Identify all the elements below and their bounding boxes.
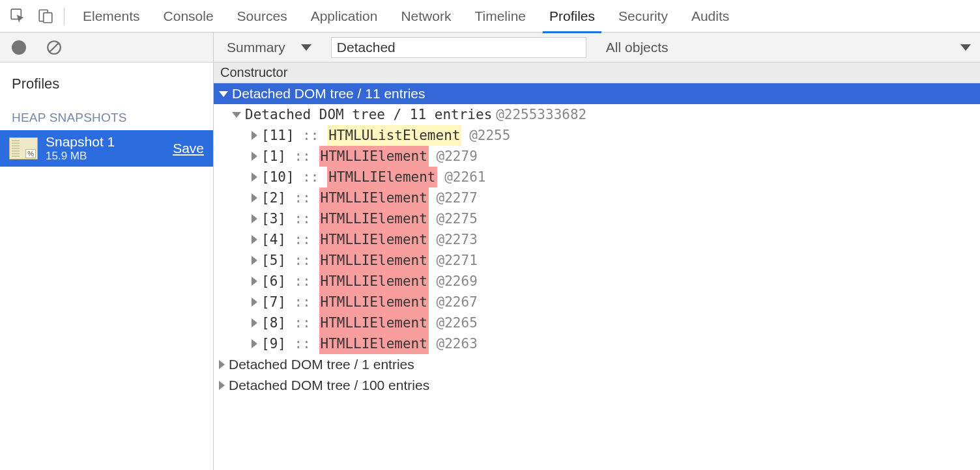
- tab-console[interactable]: Console: [152, 0, 225, 33]
- tree-group-label: Detached DOM tree / 1 entries: [229, 354, 414, 375]
- child-sep: ::: [295, 167, 328, 187]
- tree-row-label: Detached DOM tree / 11 entries: [245, 104, 492, 125]
- child-class: HTMLLIElement: [319, 229, 429, 250]
- class-filter-input[interactable]: [331, 37, 586, 58]
- child-class: HTMLLIElement: [319, 208, 429, 229]
- snapshot-icon: %: [9, 137, 38, 159]
- object-id: @2275: [437, 208, 478, 229]
- child-class: HTMLLIElement: [319, 146, 429, 167]
- snapshot-item[interactable]: % Snapshot 1 15.9 MB Save: [0, 130, 213, 167]
- tabbar-separator: [64, 7, 65, 25]
- disclosure-triangle-icon[interactable]: [232, 112, 241, 118]
- tree-row[interactable]: Detached DOM tree / 11 entries @22553336…: [214, 104, 980, 125]
- tab-label: Timeline: [474, 8, 526, 24]
- child-index: [7]: [261, 292, 286, 312]
- child-sep: ::: [286, 146, 319, 167]
- child-index: [8]: [261, 312, 286, 333]
- tree-row[interactable]: [8] :: HTMLLIElement @2265: [214, 312, 980, 333]
- view-mode-dropdown[interactable]: Summary: [223, 40, 315, 55]
- disclosure-triangle-icon[interactable]: [219, 381, 225, 390]
- child-index: [2]: [261, 187, 286, 208]
- disclosure-triangle-icon[interactable]: [219, 360, 225, 369]
- tab-audits[interactable]: Audits: [680, 0, 741, 33]
- child-sep: ::: [286, 229, 319, 250]
- child-index: [5]: [261, 250, 286, 271]
- devtools-tabbar: Elements Console Sources Application Net…: [0, 0, 980, 33]
- tree-row[interactable]: [1] :: HTMLLIElement @2279: [214, 146, 980, 167]
- disclosure-triangle-icon[interactable]: [252, 277, 257, 286]
- disclosure-triangle-icon[interactable]: [252, 318, 257, 327]
- device-toggle-icon[interactable]: [34, 5, 57, 28]
- tab-security[interactable]: Security: [607, 0, 680, 33]
- inspect-icon[interactable]: [7, 5, 30, 28]
- tree-row[interactable]: [7] :: HTMLLIElement @2267: [214, 292, 980, 312]
- child-sep: ::: [295, 125, 328, 146]
- child-class: HTMLLIElement: [327, 167, 437, 187]
- tab-label: Security: [618, 8, 668, 24]
- disclosure-triangle-icon[interactable]: [252, 152, 257, 161]
- child-class: HTMLLIElement: [319, 187, 429, 208]
- object-id: @2267: [437, 292, 478, 312]
- tree-row[interactable]: [5] :: HTMLLIElement @2271: [214, 250, 980, 271]
- record-button[interactable]: [12, 40, 26, 55]
- snapshot-save-link[interactable]: Save: [173, 141, 204, 156]
- disclosure-triangle-icon[interactable]: [252, 173, 257, 182]
- tree-row[interactable]: [9] :: HTMLLIElement @2263: [214, 333, 980, 354]
- column-header-constructor[interactable]: Constructor: [214, 62, 980, 83]
- disclosure-triangle-icon[interactable]: [252, 131, 257, 140]
- child-index: [3]: [261, 208, 286, 229]
- profiles-sidebar: Profiles HEAP SNAPSHOTS % Snapshot 1 15.…: [0, 62, 214, 470]
- tab-network[interactable]: Network: [389, 0, 463, 33]
- child-sep: ::: [286, 312, 319, 333]
- tab-profiles[interactable]: Profiles: [538, 0, 607, 33]
- heap-snapshot-view: Constructor Detached DOM tree / 11 entri…: [214, 62, 980, 470]
- child-index: [10]: [261, 167, 295, 187]
- child-index: [1]: [261, 146, 286, 167]
- child-sep: ::: [286, 292, 319, 312]
- tree-row[interactable]: [2] :: HTMLLIElement @2277: [214, 187, 980, 208]
- tree-row[interactable]: [11] :: HTMLUListElement @2255: [214, 125, 980, 146]
- chevron-down-icon: [301, 44, 311, 51]
- object-id: @2255: [469, 125, 510, 146]
- clear-icon[interactable]: [46, 39, 63, 56]
- disclosure-triangle-icon[interactable]: [252, 214, 257, 223]
- tree-group-label: Detached DOM tree / 11 entries: [232, 83, 425, 104]
- svg-line-4: [49, 42, 59, 52]
- object-id: @2263: [437, 333, 478, 354]
- tree-row[interactable]: [10] :: HTMLLIElement @2261: [214, 167, 980, 187]
- scope-dropdown[interactable]: All objects: [602, 40, 672, 55]
- tab-sources[interactable]: Sources: [225, 0, 299, 33]
- object-id: @2279: [437, 146, 478, 167]
- object-id: @2273: [437, 229, 478, 250]
- tab-elements[interactable]: Elements: [71, 0, 152, 33]
- child-index: [4]: [261, 229, 286, 250]
- child-sep: ::: [286, 208, 319, 229]
- tree-group-row[interactable]: Detached DOM tree / 100 entries: [214, 375, 980, 396]
- profiles-toolbar: Summary All objects: [0, 33, 980, 62]
- sidebar-title: Profiles: [0, 62, 213, 99]
- view-mode-label: Summary: [227, 40, 285, 55]
- child-class: HTMLLIElement: [319, 271, 429, 292]
- snapshot-size: 15.9 MB: [46, 150, 165, 163]
- disclosure-triangle-icon[interactable]: [219, 91, 228, 97]
- tree-row[interactable]: [6] :: HTMLLIElement @2269: [214, 271, 980, 292]
- child-class: HTMLLIElement: [319, 292, 429, 312]
- disclosure-triangle-icon[interactable]: [252, 256, 257, 265]
- child-class: HTMLLIElement: [319, 250, 429, 271]
- disclosure-triangle-icon[interactable]: [252, 193, 257, 202]
- child-sep: ::: [286, 187, 319, 208]
- disclosure-triangle-icon[interactable]: [252, 339, 257, 348]
- tree-row[interactable]: [4] :: HTMLLIElement @2273: [214, 229, 980, 250]
- object-id: @2269: [437, 271, 478, 292]
- tree-group-row[interactable]: Detached DOM tree / 1 entries: [214, 354, 980, 375]
- object-id: @2255333682: [496, 104, 586, 125]
- object-id: @2277: [437, 187, 478, 208]
- tree-row[interactable]: [3] :: HTMLLIElement @2275: [214, 208, 980, 229]
- scope-label: All objects: [606, 40, 669, 55]
- tab-timeline[interactable]: Timeline: [463, 0, 538, 33]
- chevron-down-icon[interactable]: [960, 44, 971, 51]
- disclosure-triangle-icon[interactable]: [252, 235, 257, 244]
- tree-group-header[interactable]: Detached DOM tree / 11 entries: [214, 83, 980, 104]
- disclosure-triangle-icon[interactable]: [252, 297, 257, 307]
- tab-application[interactable]: Application: [299, 0, 390, 33]
